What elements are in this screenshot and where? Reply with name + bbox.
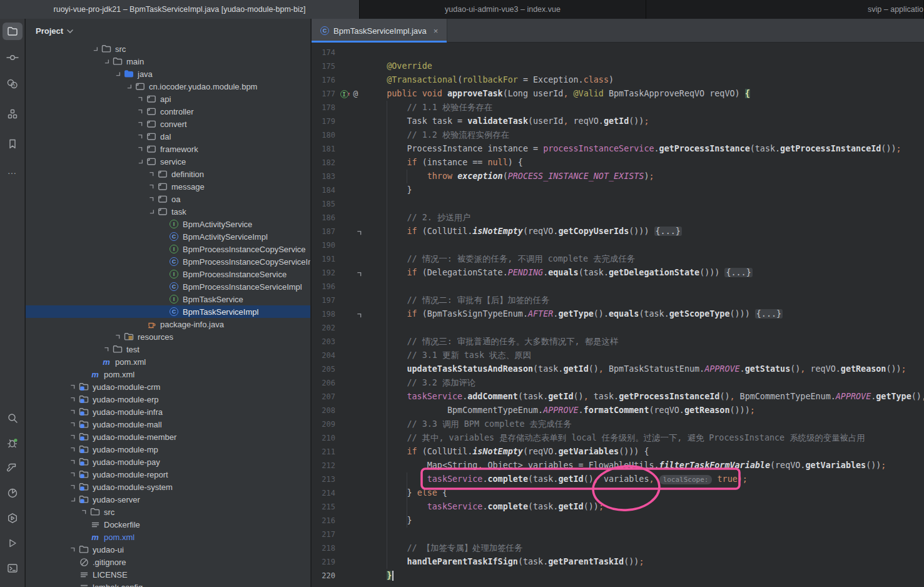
tree-row-pom-xml[interactable]: mpom.xml bbox=[26, 531, 310, 543]
chevron-right-icon[interactable] bbox=[67, 432, 78, 442]
tree-row-pom-xml[interactable]: mpom.xml bbox=[26, 355, 310, 368]
tree-row-bpmprocessinstanceserviceimpl[interactable]: CBpmProcessInstanceServiceImpl bbox=[26, 280, 310, 293]
tree-row-yudao-module-crm[interactable]: yudao-module-crm bbox=[26, 380, 310, 393]
tree-row-yudao-module-pay[interactable]: yudao-module-pay bbox=[26, 456, 310, 468]
tree-row-dal[interactable]: dal bbox=[26, 130, 310, 143]
chevron-down-icon[interactable] bbox=[146, 207, 157, 217]
commit-icon[interactable] bbox=[3, 49, 23, 66]
tree-row-bpmactivityservice[interactable]: IBpmActivityService bbox=[26, 218, 310, 230]
code-area[interactable]: 174175 @Override176 @Transactional(rollb… bbox=[312, 43, 924, 587]
tree-row-bpmactivityserviceimpl[interactable]: CBpmActivityServiceImpl bbox=[26, 230, 310, 243]
window-tab-yudao-ui-admin-vue3[interactable]: yudao-ui-admin-vue3 – index.vue bbox=[360, 0, 646, 19]
chevron-right-icon[interactable] bbox=[146, 181, 157, 191]
close-icon[interactable]: × bbox=[434, 26, 439, 36]
chevron-right-icon[interactable] bbox=[135, 119, 146, 129]
terminal-icon[interactable] bbox=[3, 559, 23, 577]
tree-row-yudao-ui[interactable]: yudao-ui bbox=[26, 543, 310, 556]
tree-label: resources bbox=[138, 332, 173, 342]
profiler-icon[interactable] bbox=[3, 484, 23, 502]
tree-row-resources[interactable]: resources bbox=[26, 330, 310, 343]
tree-row-package-info-java[interactable]: package-info.java bbox=[26, 318, 310, 330]
tree-row-yudao-module-infra[interactable]: yudao-module-infra bbox=[26, 406, 310, 418]
chevron-right-icon[interactable] bbox=[135, 131, 146, 141]
run-icon[interactable] bbox=[3, 534, 23, 552]
tree-row-yudao-server[interactable]: yudao-server bbox=[26, 493, 310, 506]
project-panel-header[interactable]: Project bbox=[26, 19, 310, 43]
tree-row-task[interactable]: task bbox=[26, 205, 310, 218]
chevron-right-icon[interactable] bbox=[135, 106, 146, 116]
chevron-right-icon[interactable] bbox=[135, 144, 146, 154]
tree-row-convert[interactable]: convert bbox=[26, 118, 310, 130]
chevron-right-icon[interactable] bbox=[101, 344, 112, 354]
tree-row-bpmtaskserviceimpl[interactable]: CBpmTaskServiceImpl bbox=[26, 305, 310, 318]
tree-row-bpmtaskservice[interactable]: IBpmTaskService bbox=[26, 293, 310, 305]
tree-row-yudao-module-mp[interactable]: yudao-module-mp bbox=[26, 443, 310, 456]
folded-block[interactable]: {...} bbox=[755, 309, 783, 319]
chevron-right-icon[interactable] bbox=[67, 444, 78, 454]
build-icon[interactable] bbox=[3, 459, 23, 477]
tree-row-definition[interactable]: definition bbox=[26, 168, 310, 180]
tree-row-framework[interactable]: framework bbox=[26, 143, 310, 155]
services-icon[interactable] bbox=[3, 509, 23, 527]
chevron-down-icon[interactable] bbox=[101, 56, 112, 66]
tree-row-yudao-module-member[interactable]: yudao-module-member bbox=[26, 431, 310, 443]
chevron-down-icon[interactable] bbox=[135, 156, 146, 166]
chevron-right-icon[interactable] bbox=[67, 394, 78, 404]
tree-row-java[interactable]: java bbox=[26, 68, 310, 80]
chevron-right-icon[interactable] bbox=[146, 194, 157, 204]
chevron-right-icon[interactable] bbox=[67, 457, 78, 467]
tree-row-src[interactable]: src bbox=[26, 506, 310, 518]
editor-tab-BpmTaskServiceImpl[interactable]: C BpmTaskServiceImpl.java × bbox=[312, 19, 447, 43]
folded-block[interactable]: {...} bbox=[724, 268, 752, 277]
tree-row-yudao-module-mall[interactable]: yudao-module-mall bbox=[26, 418, 310, 431]
tree-row-dockerfile[interactable]: Dockerfile bbox=[26, 518, 310, 531]
chevron-right-icon[interactable] bbox=[67, 382, 78, 392]
chevron-right-icon[interactable] bbox=[146, 169, 157, 179]
structure-icon[interactable] bbox=[3, 105, 23, 123]
tree-row-license[interactable]: LICENSE bbox=[26, 568, 310, 581]
chevron-right-icon[interactable] bbox=[78, 507, 89, 517]
bookmarks-icon[interactable] bbox=[3, 135, 23, 153]
chevron-right-icon[interactable] bbox=[67, 407, 78, 417]
tree-row-gitignore[interactable]: .gitignore bbox=[26, 556, 310, 568]
pull-requests-icon[interactable]: ? bbox=[3, 75, 23, 93]
search-icon[interactable] bbox=[3, 409, 23, 427]
tree-row-test[interactable]: test bbox=[26, 343, 310, 355]
chevron-right-icon[interactable] bbox=[67, 469, 78, 479]
chevron-down-icon[interactable] bbox=[67, 494, 78, 504]
tree-row-yudao-module-report[interactable]: yudao-module-report bbox=[26, 468, 310, 481]
tree-row-message[interactable]: message bbox=[26, 180, 310, 193]
problems-icon[interactable] bbox=[3, 434, 23, 452]
project-folder-icon[interactable] bbox=[3, 23, 23, 40]
tree-row-bpmprocessinstanceservice[interactable]: IBpmProcessInstanceService bbox=[26, 268, 310, 280]
tree-row-bpmprocessinstancecopyservice[interactable]: IBpmProcessInstanceCopyService bbox=[26, 243, 310, 255]
chevron-right-icon[interactable] bbox=[67, 419, 78, 429]
folded-block[interactable]: {...} bbox=[654, 227, 682, 236]
tree-row-pom-xml[interactable]: mpom.xml bbox=[26, 368, 310, 380]
chevron-down-icon[interactable] bbox=[123, 81, 135, 91]
chevron-right-icon[interactable] bbox=[67, 482, 78, 492]
code-text: // 3.3 调用 BPM complete 去完成任务 bbox=[367, 417, 572, 431]
more-icon[interactable]: … bbox=[3, 161, 23, 179]
tree-label: dal bbox=[160, 132, 171, 141]
chevron-right-icon[interactable] bbox=[67, 544, 78, 554]
code-line-186: 186 // 2. 抄送用户 bbox=[312, 211, 924, 225]
tree-row-cn-iocoder-yudao-module-bpm[interactable]: cn.iocoder.yudao.module.bpm bbox=[26, 80, 310, 93]
tree-row-bpmprocessinstancecopyserviceimpl[interactable]: CBpmProcessInstanceCopyServiceImpl bbox=[26, 255, 310, 268]
tree-row-src[interactable]: src bbox=[26, 43, 310, 55]
tree-row-api[interactable]: api bbox=[26, 93, 310, 105]
tree-row-oa[interactable]: oa bbox=[26, 193, 310, 205]
chevron-right-icon[interactable] bbox=[112, 332, 123, 342]
chevron-right-icon[interactable] bbox=[135, 94, 146, 104]
window-tab-svip[interactable]: svip – applicatio bbox=[646, 0, 924, 19]
chevron-down-icon[interactable] bbox=[112, 69, 123, 79]
tree-row-yudao-module-erp[interactable]: yudao-module-erp bbox=[26, 393, 310, 406]
implements-gutter-icon[interactable]: I↑@ bbox=[340, 87, 358, 101]
tree-row-yudao-module-system[interactable]: yudao-module-system bbox=[26, 481, 310, 493]
window-tab-ruoyi-vue-pro[interactable]: ruoyi-vue-pro-jdk21 – BpmTaskServiceImpl… bbox=[0, 0, 360, 19]
tree-row-controller[interactable]: controller bbox=[26, 105, 310, 118]
tree-row-main[interactable]: main bbox=[26, 55, 310, 68]
tree-row-service[interactable]: service bbox=[26, 155, 310, 168]
chevron-down-icon[interactable] bbox=[89, 44, 101, 54]
tree-row-lombok-config[interactable]: lombok.config bbox=[26, 581, 310, 587]
